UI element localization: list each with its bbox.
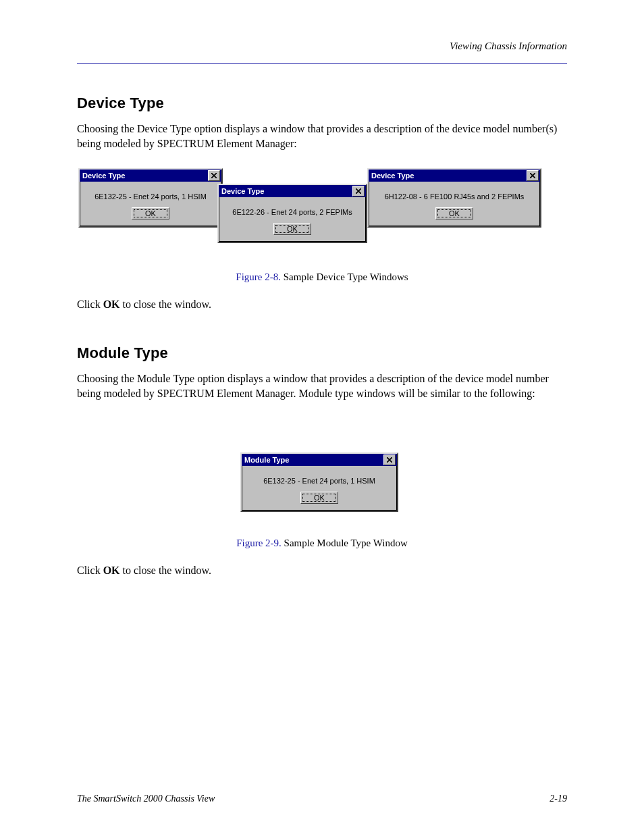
- dialog-title: Device Type: [371, 172, 414, 180]
- dialog-message: 6E122-26 - Enet 24 ports, 2 FEPIMs: [224, 208, 360, 216]
- figure-caption-2-9: Figure 2-9. Sample Module Type Window: [77, 538, 567, 549]
- dialog-message: 6H122-08 - 6 FE100 RJ45s and 2 FEPIMs: [374, 192, 535, 201]
- dialog-titlebar: Device Type: [369, 170, 540, 182]
- close-button[interactable]: [383, 454, 396, 465]
- dialog-title: Device Type: [221, 187, 264, 195]
- close-button[interactable]: [208, 170, 220, 181]
- dialog-titlebar: Module Type: [242, 454, 397, 466]
- header-rule: [77, 63, 567, 64]
- dialog-message: 6E132-25 - Enet 24 ports, 1 HSIM: [85, 192, 216, 201]
- footer-right: 2-19: [549, 793, 567, 804]
- ok-button[interactable]: OK: [300, 492, 338, 504]
- close-button[interactable]: [352, 186, 365, 197]
- close-button[interactable]: [527, 170, 539, 181]
- ok-button[interactable]: OK: [273, 223, 311, 235]
- dialog-device-type-2: Device Type 6E122-26 - Enet 24 ports, 2 …: [217, 184, 367, 243]
- footer-left: The SmartSwitch 2000 Chassis View: [77, 793, 215, 804]
- dialog-message: 6E132-25 - Enet 24 ports, 1 HSIM: [247, 477, 392, 485]
- ok-button[interactable]: OK: [132, 207, 169, 219]
- dialog-titlebar: Device Type: [80, 170, 221, 182]
- close-icon: [356, 188, 361, 194]
- module-type-close-text: Click OK to close the window.: [77, 563, 567, 578]
- section-title-device-type: Device Type: [77, 95, 164, 112]
- dialog-title: Module Type: [244, 456, 289, 464]
- device-type-close-text: Click OK to close the window.: [77, 297, 567, 312]
- figure-caption-text: Sample Module Type Window: [281, 538, 408, 548]
- close-icon: [387, 457, 392, 463]
- figure-caption-2-8: Figure 2-8. Sample Device Type Windows: [77, 271, 567, 283]
- dialog-title: Device Type: [82, 172, 125, 180]
- close-icon: [530, 173, 535, 178]
- figure-caption-text: Sample Device Type Windows: [281, 271, 408, 282]
- section-lead-module-type: Choosing the Module Type option displays…: [77, 371, 567, 400]
- dialog-titlebar: Device Type: [219, 185, 366, 197]
- section-lead-device-type: Choosing the Device Type option displays…: [77, 122, 567, 151]
- dialog-device-type-3: Device Type 6H122-08 - 6 FE100 RJ45s and…: [367, 168, 541, 228]
- section-title-module-type: Module Type: [77, 344, 168, 362]
- figure-number-link[interactable]: Figure 2-8.: [236, 271, 281, 282]
- dialog-module-type: Module Type 6E132-25 - Enet 24 ports, 1 …: [240, 452, 398, 512]
- dialog-device-type-1: Device Type 6E132-25 - Enet 24 ports, 1 …: [78, 168, 223, 228]
- figure-number-link[interactable]: Figure 2-9.: [236, 538, 281, 548]
- running-header: Viewing Chassis Information: [450, 41, 567, 52]
- close-icon: [211, 173, 217, 178]
- ok-button[interactable]: OK: [435, 207, 473, 219]
